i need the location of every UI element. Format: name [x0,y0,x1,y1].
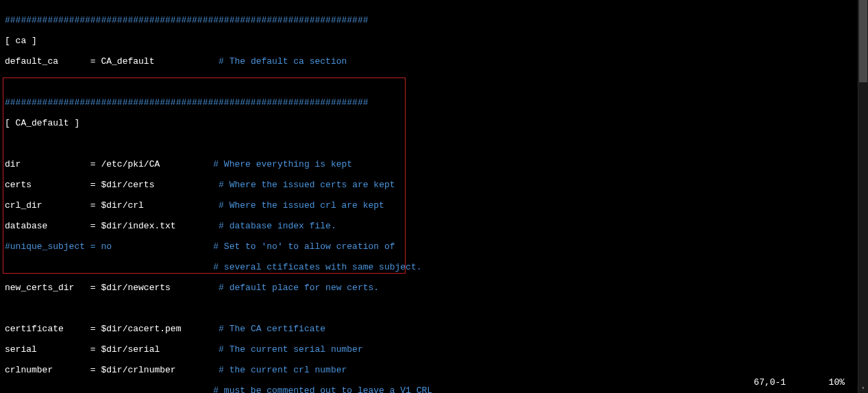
terminal-text: ########################################… [0,0,858,393]
val-certs: = $dir/certs [90,180,155,190]
cmt-crldir: # Where the issued crl are kept [219,200,384,211]
pad [64,324,90,334]
pad [154,56,219,67]
pad [42,200,90,211]
cmt-unique-subject: # Set to 'no' to allow creation of [213,241,395,252]
pad [181,324,219,334]
scrollbar-thumb[interactable] [859,0,867,82]
key-unique-subject: #unique_subject = no [5,241,112,252]
key-dir: dir [5,159,21,169]
key-certs: certs [5,180,32,190]
val-certificate: = $dir/cacert.pem [90,324,182,334]
cursor-position: 67,0-1 [754,377,786,388]
pad [160,159,213,169]
pad [176,221,219,231]
cmt-dir: # Where everything is kept [213,159,352,169]
cmt-crlnumber2: # must be commented out to leave a V1 CR… [213,385,432,393]
key-certificate: certificate [5,324,64,334]
comment-ruler: ########################################… [5,97,369,108]
val-crlnumber: = $dir/crlnumber [90,365,176,375]
cmt-unique-subject2: # several ctificates with same subject. [213,262,421,272]
cmt-serial: # The current serial number [219,344,363,355]
scrollbar-down-icon[interactable]: ▾ [858,383,868,393]
status-bar: 67,0-1 10% [754,377,845,388]
terminal-viewport[interactable]: ########################################… [0,0,858,393]
val-serial: = $dir/serial [90,344,160,355]
pad [181,241,213,252]
section-ca-default: [ CA_default ] [5,118,79,128]
pad [176,365,219,375]
pad [5,385,213,393]
key-newcerts: new_certs_dir [5,283,74,293]
key-crlnumber: crlnumber [5,365,53,375]
pad [154,180,219,190]
cmt-database: # database index file. [219,221,336,231]
cmt-certificate: # The CA certificate [219,324,325,334]
val-newcerts: = $dir/newcerts [90,283,171,293]
pad [160,344,219,355]
pad [21,159,90,169]
key-crldir: crl_dir [5,200,42,211]
cmt-default-ca: # The default ca section [219,56,347,67]
pad [58,56,90,67]
val-crldir: = $dir/crl [90,200,144,211]
comment-ruler: ########################################… [5,15,369,25]
key-serial: serial [5,344,37,355]
key-default-ca: default_ca [5,56,58,67]
cmt-crlnumber: # the current crl number [219,365,347,375]
pad [5,262,213,272]
pad [112,241,181,252]
val-database: = $dir/index.txt [90,221,176,231]
scroll-percent: 10% [829,377,845,388]
pad [47,221,90,231]
val-dir: = /etc/pki/CA [90,159,160,169]
val-default-ca: = CA_default [90,56,155,67]
pad [32,180,90,190]
key-database: database [5,221,47,231]
pad [144,200,219,211]
section-ca: [ ca ] [5,36,37,46]
pad [171,283,219,293]
pad [37,344,90,355]
cmt-newcerts: # default place for new certs. [219,283,379,293]
scrollbar[interactable]: ▴ ▾ [858,0,868,393]
cmt-certs: # Where the issued certs are kept [219,180,395,190]
pad [74,283,90,293]
pad [53,365,90,375]
pad [786,377,828,388]
